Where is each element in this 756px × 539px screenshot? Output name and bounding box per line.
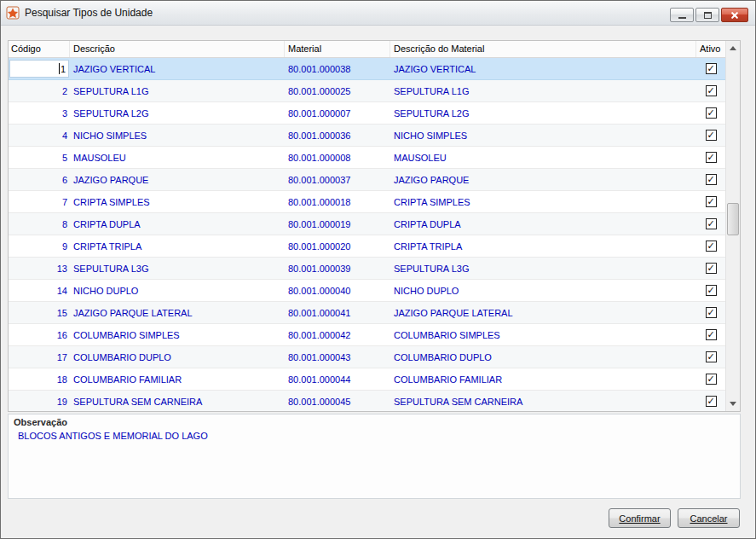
ativo-checkbox[interactable]: ✓ bbox=[706, 329, 717, 340]
codigo-cell[interactable]: 16 bbox=[9, 324, 70, 345]
descricao-cell[interactable]: CRIPTA SIMPLES bbox=[70, 191, 285, 212]
material-descricao-cell[interactable]: COLUMBARIO SIMPLES bbox=[390, 324, 696, 345]
material-cell[interactable]: 80.001.000038 bbox=[285, 58, 390, 79]
descricao-cell[interactable]: JAZIGO VERTICAL bbox=[70, 58, 285, 79]
maximize-button[interactable] bbox=[695, 8, 719, 22]
descricao-cell[interactable]: COLUMBARIO FAMILIAR bbox=[70, 368, 285, 390]
material-cell[interactable]: 80.001.000036 bbox=[285, 125, 390, 146]
column-header-codigo[interactable]: Código bbox=[9, 41, 70, 57]
material-descricao-cell[interactable]: MAUSOLEU bbox=[390, 147, 696, 168]
material-descricao-cell[interactable]: SEPULTURA SEM CARNEIRA bbox=[390, 391, 696, 411]
descricao-cell[interactable]: CRIPTA DUPLA bbox=[70, 213, 285, 235]
material-descricao-cell[interactable]: JAZIGO PARQUE bbox=[390, 169, 696, 190]
column-header-ativo[interactable]: Ativo bbox=[696, 41, 725, 57]
table-row[interactable]: 17COLUMBARIO DUPLO80.001.000043COLUMBARI… bbox=[9, 346, 725, 368]
material-descricao-cell[interactable]: JAZIGO VERTICAL bbox=[390, 58, 696, 79]
table-row[interactable]: 18COLUMBARIO FAMILIAR80.001.000044COLUMB… bbox=[9, 368, 725, 391]
material-descricao-cell[interactable]: CRIPTA DUPLA bbox=[390, 213, 696, 235]
vertical-scrollbar[interactable] bbox=[725, 41, 740, 411]
material-cell[interactable]: 80.001.000025 bbox=[285, 80, 390, 101]
ativo-checkbox[interactable]: ✓ bbox=[706, 285, 717, 296]
descricao-cell[interactable]: CRIPTA TRIPLA bbox=[70, 235, 285, 257]
scroll-down-button[interactable] bbox=[726, 397, 740, 411]
material-descricao-cell[interactable]: SEPULTURA L1G bbox=[390, 80, 696, 101]
codigo-cell[interactable]: 6 bbox=[9, 169, 70, 190]
table-row[interactable]: 19SEPULTURA SEM CARNEIRA80.001.000045SEP… bbox=[9, 391, 725, 411]
ativo-checkbox[interactable]: ✓ bbox=[706, 307, 717, 318]
material-descricao-cell[interactable]: NICHO DUPLO bbox=[390, 280, 696, 301]
ativo-checkbox[interactable]: ✓ bbox=[706, 263, 717, 274]
descricao-cell[interactable]: COLUMBARIO SIMPLES bbox=[70, 324, 285, 345]
table-row[interactable]: 3SEPULTURA L2G80.001.000007SEPULTURA L2G… bbox=[9, 102, 725, 125]
material-cell[interactable]: 80.001.000018 bbox=[285, 191, 390, 212]
codigo-cell[interactable]: 19 bbox=[9, 391, 70, 411]
codigo-cell[interactable]: 1 bbox=[9, 58, 70, 79]
table-row[interactable]: 13SEPULTURA L3G80.001.000039SEPULTURA L3… bbox=[9, 258, 725, 280]
ativo-checkbox[interactable]: ✓ bbox=[706, 218, 717, 229]
material-descricao-cell[interactable]: COLUMBARIO FAMILIAR bbox=[390, 368, 696, 390]
material-cell[interactable]: 80.001.000043 bbox=[285, 346, 390, 368]
codigo-cell[interactable]: 7 bbox=[9, 191, 70, 212]
minimize-button[interactable] bbox=[670, 8, 694, 22]
ativo-checkbox[interactable]: ✓ bbox=[706, 63, 717, 74]
table-row[interactable]: 1JAZIGO VERTICAL80.001.000038JAZIGO VERT… bbox=[9, 58, 725, 80]
titlebar[interactable]: Pesquisar Tipos de Unidade bbox=[1, 1, 755, 26]
table-row[interactable]: 7CRIPTA SIMPLES80.001.000018CRIPTA SIMPL… bbox=[9, 191, 725, 213]
table-row[interactable]: 15JAZIGO PARQUE LATERAL80.001.000041JAZI… bbox=[9, 302, 725, 324]
codigo-cell[interactable]: 2 bbox=[9, 80, 70, 101]
material-cell[interactable]: 80.001.000040 bbox=[285, 280, 390, 301]
ativo-checkbox[interactable]: ✓ bbox=[706, 130, 717, 141]
material-descricao-cell[interactable]: CRIPTA TRIPLA bbox=[390, 235, 696, 257]
material-cell[interactable]: 80.001.000020 bbox=[285, 235, 390, 257]
scroll-up-button[interactable] bbox=[726, 41, 740, 55]
material-descricao-cell[interactable]: CRIPTA SIMPLES bbox=[390, 191, 696, 212]
table-row[interactable]: 14NICHO DUPLO80.001.000040NICHO DUPLO✓ bbox=[9, 280, 725, 302]
column-header-descricao-material[interactable]: Descrição do Material bbox=[390, 41, 696, 57]
ativo-checkbox[interactable]: ✓ bbox=[706, 152, 717, 163]
codigo-cell[interactable]: 14 bbox=[9, 280, 70, 301]
table-row[interactable]: 9CRIPTA TRIPLA80.001.000020CRIPTA TRIPLA… bbox=[9, 235, 725, 258]
codigo-cell[interactable]: 9 bbox=[9, 235, 70, 257]
codigo-edit-cell[interactable]: 1 bbox=[9, 60, 69, 78]
column-header-material[interactable]: Material bbox=[285, 41, 390, 57]
descricao-cell[interactable]: JAZIGO PARQUE LATERAL bbox=[70, 302, 285, 323]
ativo-checkbox[interactable]: ✓ bbox=[706, 107, 717, 119]
codigo-cell[interactable]: 18 bbox=[9, 368, 70, 390]
codigo-cell[interactable]: 4 bbox=[9, 125, 70, 146]
material-cell[interactable]: 80.001.000039 bbox=[285, 258, 390, 279]
descricao-cell[interactable]: NICHO DUPLO bbox=[70, 280, 285, 301]
ativo-checkbox[interactable]: ✓ bbox=[706, 396, 717, 407]
codigo-cell[interactable]: 3 bbox=[9, 102, 70, 124]
descricao-cell[interactable]: SEPULTURA L2G bbox=[70, 102, 285, 124]
descricao-cell[interactable]: SEPULTURA SEM CARNEIRA bbox=[70, 391, 285, 411]
table-row[interactable]: 8CRIPTA DUPLA80.001.000019CRIPTA DUPLA✓ bbox=[9, 213, 725, 235]
material-descricao-cell[interactable]: COLUMBARIO DUPLO bbox=[390, 346, 696, 368]
material-cell[interactable]: 80.001.000019 bbox=[285, 213, 390, 235]
material-descricao-cell[interactable]: NICHO SIMPLES bbox=[390, 125, 696, 146]
table-row[interactable]: 4NICHO SIMPLES80.001.000036NICHO SIMPLES… bbox=[9, 125, 725, 147]
descricao-cell[interactable]: MAUSOLEU bbox=[70, 147, 285, 168]
ativo-checkbox[interactable]: ✓ bbox=[706, 85, 717, 96]
material-cell[interactable]: 80.001.000008 bbox=[285, 147, 390, 168]
material-descricao-cell[interactable]: SEPULTURA L2G bbox=[390, 102, 696, 124]
table-row[interactable]: 2SEPULTURA L1G80.001.000025SEPULTURA L1G… bbox=[9, 80, 725, 102]
table-row[interactable]: 5MAUSOLEU80.001.000008MAUSOLEU✓ bbox=[9, 147, 725, 169]
cancelar-button[interactable]: Cancelar bbox=[678, 508, 740, 528]
descricao-cell[interactable]: COLUMBARIO DUPLO bbox=[70, 346, 285, 368]
descricao-cell[interactable]: SEPULTURA L1G bbox=[70, 80, 285, 101]
close-button[interactable] bbox=[721, 8, 748, 22]
codigo-cell[interactable]: 13 bbox=[9, 258, 70, 279]
material-descricao-cell[interactable]: JAZIGO PARQUE LATERAL bbox=[390, 302, 696, 323]
material-cell[interactable]: 80.001.000042 bbox=[285, 324, 390, 345]
descricao-cell[interactable]: NICHO SIMPLES bbox=[70, 125, 285, 146]
material-cell[interactable]: 80.001.000045 bbox=[285, 391, 390, 411]
material-cell[interactable]: 80.001.000041 bbox=[285, 302, 390, 323]
codigo-cell[interactable]: 8 bbox=[9, 213, 70, 235]
material-cell[interactable]: 80.001.000037 bbox=[285, 169, 390, 190]
app-icon[interactable] bbox=[6, 6, 20, 20]
column-header-descricao[interactable]: Descrição bbox=[70, 41, 285, 57]
ativo-checkbox[interactable]: ✓ bbox=[706, 374, 717, 385]
ativo-checkbox[interactable]: ✓ bbox=[706, 196, 717, 207]
codigo-cell[interactable]: 5 bbox=[9, 147, 70, 168]
codigo-cell[interactable]: 17 bbox=[9, 346, 70, 368]
